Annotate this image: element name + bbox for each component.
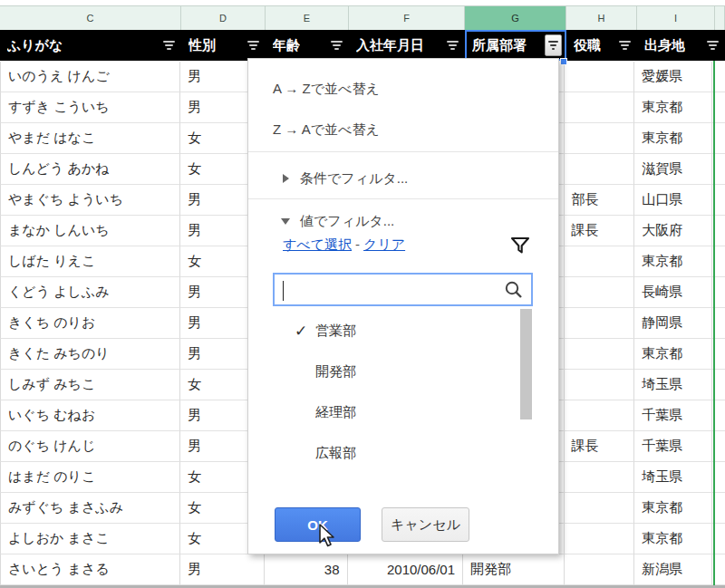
header-position[interactable]: 役職 bbox=[566, 30, 637, 61]
cell-furigana[interactable]: さいとう まさる bbox=[0, 554, 180, 585]
cell-position[interactable]: 課長 bbox=[565, 216, 635, 246]
cell-furigana[interactable]: きくち のりお bbox=[0, 308, 180, 339]
cell-furigana[interactable]: みずぐち まさふみ bbox=[0, 493, 180, 524]
column-letter-i[interactable]: I bbox=[637, 5, 715, 30]
cell-position[interactable] bbox=[565, 524, 635, 554]
cell-origin[interactable]: 埼玉県 bbox=[634, 370, 712, 400]
cell-furigana[interactable]: まなか しんいち bbox=[0, 216, 180, 246]
cell-origin[interactable]: 東京都 bbox=[634, 493, 712, 524]
header-gender[interactable]: 性別 bbox=[181, 30, 266, 61]
cell-position[interactable] bbox=[565, 277, 635, 308]
cell-origin[interactable]: 千葉県 bbox=[634, 431, 712, 462]
list-scrollbar-thumb[interactable] bbox=[520, 309, 532, 419]
cell-furigana[interactable]: きくた みちのり bbox=[0, 339, 180, 370]
check-icon: ✓ bbox=[295, 322, 315, 341]
filter-option-label: 開発部 bbox=[315, 363, 356, 381]
cell-origin[interactable]: 東京都 bbox=[634, 339, 712, 370]
header-age[interactable]: 年齢 bbox=[266, 30, 349, 61]
cell-furigana[interactable]: はまだ のりこ bbox=[0, 462, 180, 493]
cell-origin[interactable]: 山口県 bbox=[634, 185, 712, 216]
cell-origin[interactable]: 新潟県 bbox=[634, 554, 712, 585]
filter-icon[interactable] bbox=[619, 41, 633, 50]
column-letter-row: C D E F G H I bbox=[0, 5, 725, 30]
cell-origin[interactable]: 愛媛県 bbox=[634, 62, 712, 92]
cell-position[interactable] bbox=[565, 370, 635, 400]
filter-icon[interactable] bbox=[247, 41, 261, 50]
cell-position[interactable] bbox=[565, 339, 635, 370]
filter-option-3[interactable]: 経理部 bbox=[295, 401, 356, 423]
cell-furigana[interactable]: やまだ はなこ bbox=[0, 123, 180, 154]
column-letter-h[interactable]: H bbox=[566, 5, 637, 30]
cell-position[interactable]: 部長 bbox=[565, 185, 635, 216]
fill-handle[interactable] bbox=[560, 58, 567, 65]
cell-origin[interactable]: 東京都 bbox=[634, 246, 712, 277]
menu-sort-az[interactable]: A → Zで並べ替え bbox=[273, 81, 380, 98]
spreadsheet-app: C D E F G H I ふりがな 性別 年齢 入社年月日 所属部署 bbox=[0, 0, 725, 588]
filter-icon[interactable] bbox=[331, 41, 344, 50]
cell-origin[interactable]: 千葉県 bbox=[634, 400, 712, 431]
cell-position[interactable] bbox=[565, 554, 635, 585]
menu-filter-by-values[interactable]: 値でフィルタ... bbox=[300, 213, 394, 230]
filter-range-border bbox=[713, 61, 715, 585]
cell-furigana[interactable]: しんどう あかね bbox=[0, 154, 180, 185]
cell-furigana[interactable]: いのうえ けんご bbox=[0, 62, 180, 92]
cell-position[interactable] bbox=[565, 62, 635, 92]
cell-position[interactable] bbox=[565, 308, 635, 339]
column-letter-g-selected[interactable]: G bbox=[465, 5, 566, 30]
filter-option-list: ✓営業部開発部経理部広報部 bbox=[248, 309, 560, 472]
column-letter-c[interactable]: C bbox=[0, 5, 181, 30]
cell-origin[interactable]: 長崎県 bbox=[634, 277, 712, 308]
cell-furigana[interactable]: しみず みちこ bbox=[0, 370, 180, 400]
cell-origin[interactable]: 東京都 bbox=[634, 123, 712, 154]
cell-position[interactable] bbox=[565, 400, 635, 431]
cell-position[interactable] bbox=[565, 123, 635, 154]
cell-origin[interactable]: 滋賀県 bbox=[634, 154, 712, 185]
cell-position[interactable] bbox=[565, 154, 635, 185]
cell-furigana[interactable]: しばた りえこ bbox=[0, 246, 180, 277]
header-join-date[interactable]: 入社年月日 bbox=[349, 30, 465, 61]
filter-option-4[interactable]: 広報部 bbox=[295, 442, 356, 464]
cell-furigana[interactable]: よしおか まさこ bbox=[0, 524, 180, 554]
cell-origin[interactable]: 大阪府 bbox=[634, 216, 712, 246]
cell-furigana[interactable]: くどう よしふみ bbox=[0, 277, 180, 308]
select-all-link[interactable]: すべて選択 bbox=[283, 236, 352, 252]
cell-position[interactable] bbox=[565, 493, 635, 524]
filter-option-1[interactable]: ✓営業部 bbox=[295, 320, 356, 342]
value-search-input[interactable] bbox=[282, 275, 504, 304]
cell-gender[interactable]: 男 bbox=[180, 554, 265, 585]
cell-origin[interactable]: 静岡県 bbox=[634, 308, 712, 339]
column-letter-f[interactable]: F bbox=[349, 5, 465, 30]
filter-option-label: 営業部 bbox=[315, 323, 356, 340]
cancel-button[interactable]: キャンセル bbox=[382, 507, 469, 542]
filter-icon[interactable] bbox=[707, 41, 720, 50]
menu-filter-by-condition[interactable]: 条件でフィルタ... bbox=[300, 170, 408, 188]
cell-position[interactable]: 課長 bbox=[565, 431, 635, 462]
cell-furigana[interactable]: やまぐち よういち bbox=[0, 185, 180, 216]
header-department-selected-cell[interactable]: 所属部署 bbox=[465, 30, 566, 61]
cell-position[interactable] bbox=[565, 462, 635, 493]
filter-icon[interactable] bbox=[163, 41, 177, 50]
cell-origin[interactable]: 東京都 bbox=[634, 524, 712, 554]
filter-button-active-icon[interactable] bbox=[545, 34, 562, 56]
mouse-cursor bbox=[318, 524, 342, 553]
column-letter-e[interactable]: E bbox=[266, 5, 349, 30]
cell-age[interactable]: 38 bbox=[265, 554, 348, 585]
header-origin[interactable]: 出身地 bbox=[637, 30, 725, 61]
cell-furigana[interactable]: すずき こういち bbox=[0, 92, 180, 123]
cell-department[interactable]: 開発部 bbox=[463, 554, 565, 585]
filter-option-2[interactable]: 開発部 bbox=[295, 361, 356, 382]
cell-furigana[interactable]: のぐち けんじ bbox=[0, 431, 180, 462]
column-letter-d[interactable]: D bbox=[181, 5, 266, 30]
cell-origin[interactable]: 埼玉県 bbox=[634, 462, 712, 493]
header-age-label: 年齢 bbox=[273, 37, 300, 54]
menu-sort-za[interactable]: Z → Aで並べ替え bbox=[273, 121, 380, 139]
filter-icon[interactable] bbox=[447, 41, 460, 50]
cell-origin[interactable]: 東京都 bbox=[634, 92, 712, 123]
filter-option-label: 経理部 bbox=[315, 404, 356, 421]
header-furigana[interactable]: ふりがな bbox=[0, 30, 181, 61]
cell-furigana[interactable]: いぐち むねお bbox=[0, 400, 180, 431]
cell-join-date[interactable]: 2010/06/01 bbox=[348, 554, 464, 585]
cell-position[interactable] bbox=[565, 246, 635, 277]
cell-position[interactable] bbox=[565, 92, 635, 123]
clear-link[interactable]: クリア bbox=[363, 236, 405, 252]
